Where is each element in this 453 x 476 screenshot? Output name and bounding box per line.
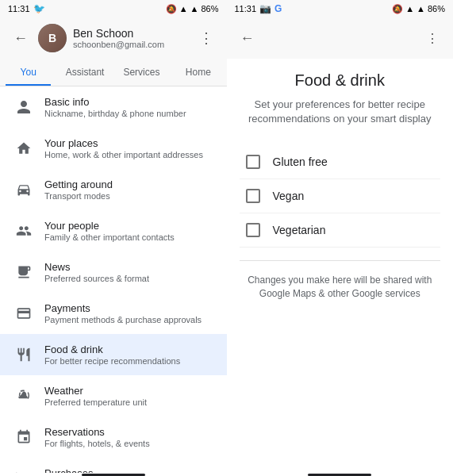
battery-right: 86% bbox=[428, 4, 445, 13]
menu-item-your-places[interactable]: Your places Home, work & other important… bbox=[0, 128, 227, 169]
menu-text-your-places: Your places Home, work & other important… bbox=[44, 137, 203, 159]
tab-bar: You Assistant Services Home bbox=[0, 59, 227, 86]
menu-title-news: News bbox=[44, 261, 149, 273]
menu-subtitle-your-places: Home, work & other important addresses bbox=[44, 150, 203, 159]
signal-icon-right: ▲ bbox=[405, 4, 414, 13]
back-button-left[interactable]: ← bbox=[10, 27, 32, 49]
menu-title-getting-around: Getting around bbox=[44, 178, 113, 190]
google-icon: G bbox=[274, 3, 282, 14]
weather-icon bbox=[11, 388, 36, 404]
user-info: Ben Schoon schoonben@gmail.com bbox=[73, 27, 195, 49]
bottom-indicator-right bbox=[308, 474, 371, 476]
menu-item-your-people[interactable]: Your people Family & other important con… bbox=[0, 210, 227, 251]
menu-item-news[interactable]: News Preferred sources & format bbox=[0, 251, 227, 293]
user-name: Ben Schoon bbox=[73, 27, 195, 40]
menu-item-basic-info[interactable]: Basic info Nickname, birthday & phone nu… bbox=[0, 86, 227, 128]
car-icon bbox=[11, 182, 36, 198]
checkbox-box-gluten-free bbox=[246, 155, 260, 169]
menu-subtitle-food-drink: For better recipe recommendations bbox=[44, 356, 180, 366]
menu-item-food-drink[interactable]: Food & drink For better recipe recommend… bbox=[0, 334, 227, 375]
menu-text-getting-around: Getting around Transport modes bbox=[44, 178, 113, 201]
menu-item-reservations[interactable]: Reservations For flights, hotels, & even… bbox=[0, 416, 227, 458]
bottom-bar-right bbox=[227, 473, 454, 476]
news-icon bbox=[11, 264, 36, 280]
checkbox-box-vegan bbox=[246, 189, 260, 203]
menu-subtitle-getting-around: Transport modes bbox=[44, 191, 113, 201]
status-time-left: 11:31 🐦 bbox=[8, 3, 45, 14]
avatar-image: B bbox=[38, 24, 67, 52]
mute-icon-right: 🔕 bbox=[392, 4, 403, 14]
tab-home[interactable]: Home bbox=[170, 59, 226, 86]
menu-list: Basic info Nickname, birthday & phone nu… bbox=[0, 86, 227, 473]
menu-text-basic-info: Basic info Nickname, birthday & phone nu… bbox=[44, 96, 186, 118]
menu-text-payments: Payments Payment methods & purchase appr… bbox=[44, 302, 202, 324]
status-icons-right: 🔕 ▲ ▲ 86% bbox=[392, 4, 445, 14]
home-icon bbox=[11, 140, 36, 156]
menu-title-purchases: Purchases bbox=[44, 467, 190, 473]
status-bar-right: 11:31 📷 G 🔕 ▲ ▲ 86% bbox=[227, 0, 454, 17]
menu-text-food-drink: Food & drink For better recipe recommend… bbox=[44, 344, 180, 366]
tab-you[interactable]: You bbox=[0, 59, 56, 86]
menu-subtitle-news: Preferred sources & format bbox=[44, 274, 149, 283]
menu-subtitle-payments: Payment methods & purchase approvals bbox=[44, 315, 202, 324]
right-panel-header: ← ⋮ bbox=[227, 17, 454, 59]
bottom-bar-left bbox=[0, 473, 227, 476]
menu-item-weather[interactable]: Weather Preferred temperature unit bbox=[0, 375, 227, 416]
menu-title-your-people: Your people bbox=[44, 220, 175, 232]
user-header: ← B Ben Schoon schoonben@gmail.com ⋮ bbox=[0, 17, 227, 59]
user-email: schoonben@gmail.com bbox=[73, 40, 195, 49]
status-icons-left: 🔕 ▲ ▲ 86% bbox=[166, 4, 219, 14]
checkbox-vegan[interactable]: Vegan bbox=[240, 179, 441, 213]
right-panel: 11:31 📷 G 🔕 ▲ ▲ 86% ← ⋮ Food & drink Set… bbox=[227, 0, 454, 476]
right-content: Food & drink Set your preferences for be… bbox=[227, 59, 454, 473]
more-button-right[interactable]: ⋮ bbox=[421, 27, 443, 49]
menu-text-purchases: Purchases Your transactions, including d… bbox=[44, 467, 190, 473]
person-icon bbox=[11, 99, 36, 115]
mute-icon: 🔕 bbox=[166, 4, 177, 14]
section-title: Food & drink bbox=[240, 71, 441, 90]
footer-note: Changes you make here will be shared wit… bbox=[240, 274, 441, 301]
checkbox-box-vegetarian bbox=[246, 223, 260, 237]
menu-text-weather: Weather Preferred temperature unit bbox=[44, 385, 147, 407]
menu-title-payments: Payments bbox=[44, 302, 202, 314]
menu-subtitle-your-people: Family & other important contacts bbox=[44, 232, 175, 242]
menu-item-payments[interactable]: Payments Payment methods & purchase appr… bbox=[0, 293, 227, 334]
event-icon bbox=[11, 429, 36, 445]
time-left: 11:31 bbox=[8, 4, 30, 13]
tab-services[interactable]: Services bbox=[113, 59, 170, 86]
menu-item-getting-around[interactable]: Getting around Transport modes bbox=[0, 169, 227, 210]
bottom-indicator-left bbox=[82, 474, 145, 476]
tab-assistant[interactable]: Assistant bbox=[56, 59, 113, 86]
menu-title-your-places: Your places bbox=[44, 137, 203, 149]
status-bar-left: 11:31 🐦 🔕 ▲ ▲ 86% bbox=[0, 0, 227, 17]
section-description: Set your preferences for better recipe r… bbox=[240, 98, 441, 126]
menu-subtitle-basic-info: Nickname, birthday & phone number bbox=[44, 109, 186, 118]
menu-text-your-people: Your people Family & other important con… bbox=[44, 220, 175, 242]
checkbox-vegetarian[interactable]: Vegetarian bbox=[240, 213, 441, 248]
twitter-icon: 🐦 bbox=[33, 3, 45, 14]
checkbox-label-vegetarian: Vegetarian bbox=[273, 224, 326, 236]
wifi-icon: ▲ bbox=[190, 4, 199, 13]
left-panel: 11:31 🐦 🔕 ▲ ▲ 86% ← B Ben Schoon schoonb… bbox=[0, 0, 227, 476]
menu-subtitle-reservations: For flights, hotels, & events bbox=[44, 439, 150, 448]
menu-text-reservations: Reservations For flights, hotels, & even… bbox=[44, 426, 150, 448]
menu-title-reservations: Reservations bbox=[44, 426, 150, 438]
divider bbox=[240, 260, 441, 261]
wifi-icon-right: ▲ bbox=[417, 4, 425, 13]
menu-item-purchases[interactable]: Purchases Your transactions, including d… bbox=[0, 458, 227, 473]
checkbox-gluten-free[interactable]: Gluten free bbox=[240, 145, 441, 179]
menu-text-news: News Preferred sources & format bbox=[44, 261, 149, 283]
menu-subtitle-weather: Preferred temperature unit bbox=[44, 397, 147, 407]
menu-title-food-drink: Food & drink bbox=[44, 344, 180, 355]
back-button-right[interactable]: ← bbox=[236, 27, 259, 49]
time-right: 11:31 bbox=[235, 4, 257, 13]
credit-card-icon bbox=[11, 305, 36, 321]
menu-title-weather: Weather bbox=[44, 385, 147, 397]
status-time-right: 11:31 📷 G bbox=[235, 3, 282, 14]
avatar: B bbox=[38, 24, 67, 52]
camera-icon: 📷 bbox=[259, 3, 271, 14]
checkbox-label-vegan: Vegan bbox=[273, 190, 305, 202]
more-button-left[interactable]: ⋮ bbox=[195, 27, 217, 49]
signal-icon: ▲ bbox=[179, 4, 188, 13]
restaurant-icon bbox=[11, 347, 36, 363]
